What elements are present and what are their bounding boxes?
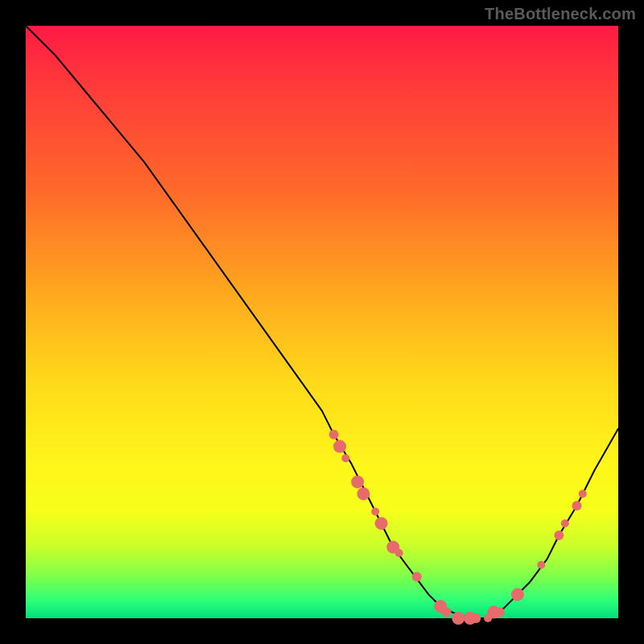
data-dot — [371, 508, 379, 516]
data-dot — [471, 613, 481, 623]
data-dot — [572, 501, 582, 510]
chart-plot-area — [26, 26, 618, 618]
data-dot — [442, 608, 452, 617]
data-dot — [395, 549, 403, 557]
data-dot — [329, 430, 339, 440]
data-dot — [375, 517, 388, 530]
data-dot — [341, 454, 349, 462]
data-dot — [412, 572, 422, 582]
data-dot — [452, 612, 464, 625]
data-dot — [537, 561, 545, 569]
data-dots-group — [329, 430, 587, 625]
bottleneck-curve — [26, 26, 618, 618]
data-dot — [333, 440, 346, 453]
chart-svg — [26, 26, 618, 618]
data-dot — [579, 489, 587, 497]
data-dot — [554, 530, 564, 540]
data-dot — [351, 476, 364, 489]
chart-frame: TheBottleneck.com — [0, 0, 644, 644]
data-dot — [511, 588, 524, 601]
data-dot — [357, 487, 370, 500]
watermark-label: TheBottleneck.com — [485, 5, 636, 23]
data-dot — [495, 608, 505, 617]
data-dot — [561, 519, 569, 527]
